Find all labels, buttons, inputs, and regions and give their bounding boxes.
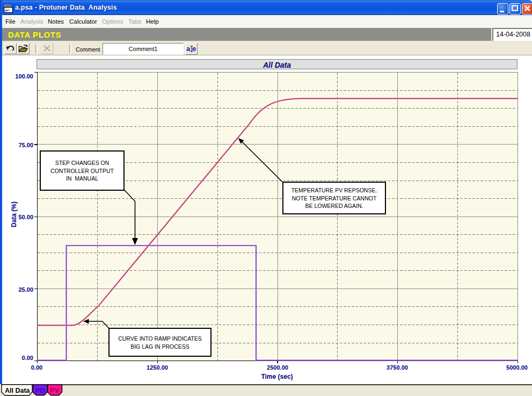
svg-text:e: e: [192, 45, 196, 53]
svg-text:PV: PV: [50, 386, 60, 394]
svg-text:PD: PD: [35, 386, 45, 394]
svg-text:All Data: All Data: [5, 387, 31, 394]
svg-text:a: a: [186, 45, 191, 53]
